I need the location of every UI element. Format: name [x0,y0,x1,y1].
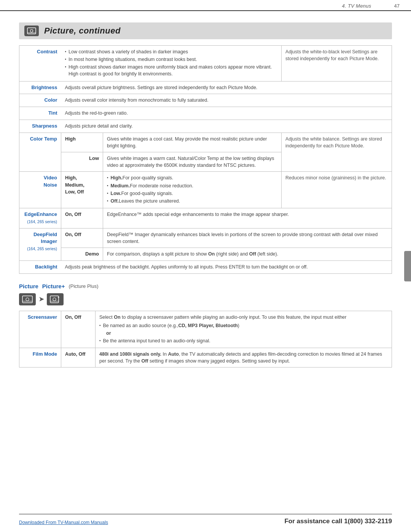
picture-plus-paren: (Picture Plus) [68,283,98,289]
edge-enhance-row: EdgeEnhance(164, 265 series) On, Off Edg… [19,208,392,228]
vn-bullet-2: Medium. For moderate noise reduction. [107,182,277,189]
deepfield-onoff-desc: DeepField™ Imager dynamically enhances b… [103,228,392,248]
deepfield-onoff-sublabel: On, Off [61,228,103,248]
screensaver-bullet-2: Be the antenna input tuned to an audio-o… [99,337,388,344]
film-mode-desc: 480i and 1080i signals only. In Auto, th… [96,348,392,367]
footer-link[interactable]: Downloaded From TV-Manual.com Manuals [19,520,108,525]
picture-plus-label: Picture+ [42,283,65,289]
main-content: Picture, continued Contrast Low contrast… [0,11,411,384]
picture-icon-box [19,293,36,305]
brightness-desc: Adjusts overall picture brightness. Sett… [61,81,392,94]
page-tab [404,251,411,281]
video-noise-label: VideoNoise [19,172,61,208]
picture-plus-icon-box: + [47,293,64,305]
screensaver-desc: Select On to display a screensaver patte… [96,311,392,348]
video-noise-side-note: Reduces minor noise (graininess) in the … [282,172,392,208]
screensaver-or: or [106,330,388,337]
contrast-bullet-1: Low contrast shows a variety of shades i… [65,48,278,55]
color-temp-low-desc: Gives white images a warm cast. Natural/… [103,152,282,172]
svg-point-4 [26,298,29,301]
contrast-label: Contrast [19,46,61,81]
contrast-side-note: Adjusts the white-to-black level Setting… [282,46,392,81]
deepfield-demo-desc: For comparison, displays a split picture… [103,248,392,260]
color-temp-low-sublabel: Low [61,152,103,172]
sharpness-label: Sharpness [19,120,61,133]
edge-enhance-label: EdgeEnhance(164, 265 series) [19,208,61,228]
video-noise-row: VideoNoise High,Medium,Low, Off High. Fo… [19,172,392,208]
picture-label: Picture [19,283,38,289]
edge-enhance-sublabel: On, Off [61,208,103,228]
color-desc: Adjusts overall color intensity from mon… [61,94,392,107]
section-title: Picture, continued [44,26,121,36]
tint-desc: Adjusts the red-to-green ratio. [61,107,392,120]
brightness-label: Brightness [19,81,61,94]
video-noise-sublabel: High,Medium,Low, Off [61,172,103,208]
tint-label: Tint [19,107,61,120]
contrast-bullet-3: High contrast shows darker images more u… [65,64,278,77]
contrast-bullet-2: In most home lighting situations, medium… [65,56,278,63]
color-row: Color Adjusts overall color intensity fr… [19,94,392,107]
color-temp-high-row: Color Temp High Gives white images a coo… [19,133,392,152]
arrow-right-icon: ➤ [39,296,44,303]
deepfield-on-off-row: DeepFieldImager(164, 265 series) On, Off… [19,228,392,248]
vn-bullet-1: High. For poor-quality signals. [107,174,277,181]
contrast-desc: Low contrast shows a variety of shades i… [61,46,282,81]
page-footer: Downloaded From TV-Manual.com Manuals Fo… [19,514,392,525]
screensaver-row: Screensaver On, Off Select On to display… [19,311,392,348]
section-title-bar: Picture, continued [19,22,392,39]
film-mode-sublabel: Auto, Off [61,348,96,367]
main-settings-table: Contrast Low contrast shows a variety of… [19,45,392,274]
chapter-label: 4. TV Menus [342,3,371,9]
picture-section-icon [24,26,39,36]
color-temp-side-note: Adjusts the white balance. Settings are … [282,133,392,172]
deepfield-demo-sublabel: Demo [61,248,103,260]
footer-phone: For assistance call 1(800) 332-2119 [284,518,392,525]
color-label: Color [19,94,61,107]
backlight-desc: Adjusts peak brightness of the backlight… [61,260,392,273]
svg-text:+: + [57,296,59,299]
film-mode-row: Film Mode Auto, Off 480i and 1080i signa… [19,348,392,367]
screensaver-sublabel: On, Off [61,311,96,348]
page-header: 4. TV Menus 47 [0,0,411,11]
svg-point-7 [53,298,56,301]
svg-rect-0 [27,28,36,34]
picture-plus-section: Picture Picture+ (Picture Plus) ➤ + [19,283,392,368]
edge-enhance-desc: EdgeEnhance™ adds special edge enhanceme… [103,208,392,228]
screensaver-bullet-1: Be named as an audio source (e.g., CD, M… [99,322,388,329]
tint-row: Tint Adjusts the red-to-green ratio. [19,107,392,120]
svg-rect-3 [22,296,32,303]
backlight-row: Backlight Adjusts peak brightness of the… [19,260,392,273]
picture-plus-header: Picture Picture+ (Picture Plus) [19,283,392,289]
screensaver-label: Screensaver [19,311,61,348]
backlight-label: Backlight [19,260,61,273]
deepfield-demo-row: Demo For comparison, displays a split pi… [19,248,392,260]
film-mode-label: Film Mode [19,348,61,367]
color-temp-high-desc: Gives white images a cool cast. May prov… [103,133,282,152]
color-temp-high-sublabel: High [61,133,103,152]
svg-point-1 [30,30,33,32]
brightness-row: Brightness Adjusts overall picture brigh… [19,81,392,94]
color-temp-label: Color Temp [19,133,61,172]
picture-icons-row: ➤ + [19,293,392,305]
contrast-row: Contrast Low contrast shows a variety of… [19,46,392,81]
deepfield-label: DeepFieldImager(164, 265 series) [19,228,61,260]
vn-bullet-3: Low. For good-quality signals. [107,190,277,197]
page-number: 47 [394,3,400,9]
sharpness-row: Sharpness Adjusts picture detail and cla… [19,120,392,133]
video-noise-desc: High. For poor-quality signals. Medium. … [103,172,282,208]
sharpness-desc: Adjusts picture detail and clarity. [61,120,392,133]
picture-plus-table: Screensaver On, Off Select On to display… [19,311,392,368]
vn-bullet-4: Off. Leaves the picture unaltered. [107,198,277,204]
